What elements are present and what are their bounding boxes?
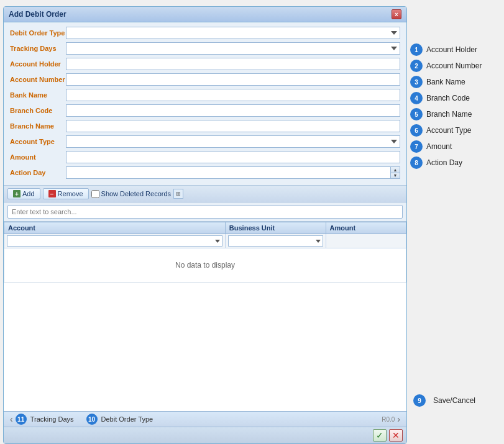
annotation-badge-4: 4 (410, 92, 423, 104)
branch-name-row: Branch Name (10, 119, 400, 133)
annotation-4: 4 Branch Code (410, 92, 504, 104)
annotation-6: 6 Account Type (410, 124, 504, 137)
account-holder-input[interactable] (66, 58, 400, 70)
status-badge-10: 10 (86, 414, 98, 425)
tracking-days-label: Tracking Days (10, 45, 66, 52)
account-type-row: Account Type (10, 135, 400, 148)
amount-input[interactable] (66, 151, 400, 163)
toolbar: + Add − Remove Show Deleted Records ⊞ (4, 186, 406, 202)
bank-name-row: Bank Name (10, 88, 400, 102)
annotation-label-2: Account Number (426, 61, 482, 70)
search-input[interactable] (7, 205, 403, 219)
filter-account-cell (4, 234, 226, 248)
col-header-account: Account (4, 222, 226, 234)
annotation-label-9: Save/Cancel (433, 396, 475, 405)
spinner-down-button[interactable]: ▼ (391, 173, 400, 179)
annotation-label-1: Account Holder (426, 45, 477, 54)
debit-order-type-label: Debit Order Type (10, 29, 66, 37)
action-day-input[interactable]: 1 (66, 166, 390, 179)
status-bar: ‹ 11 Tracking Days 10 Debit Order Type R… (4, 411, 406, 427)
table-area: Account Business Unit Amount (4, 222, 406, 411)
columns-icon: ⊞ (176, 191, 181, 197)
annotation-badge-7: 7 (410, 140, 423, 153)
account-type-label: Account Type (10, 138, 66, 145)
status-badge-11: 11 (16, 414, 27, 425)
dialog: Add Debit Order × Debit Order Type Track… (3, 6, 407, 444)
filter-row (4, 234, 406, 248)
annotation-1: 1 Account Holder (410, 43, 504, 56)
branch-name-label: Branch Name (10, 122, 66, 130)
status-version: R0.0 (382, 416, 395, 423)
branch-code-input[interactable] (66, 104, 400, 117)
annotation-label-5: Branch Name (426, 110, 472, 119)
no-data-row: No data to display (4, 248, 406, 283)
branch-code-label: Branch Code (10, 107, 66, 114)
bottom-bar: ✓ ✕ (4, 427, 406, 443)
annotation-badge-1: 1 (410, 43, 423, 56)
debit-order-type-select[interactable] (66, 27, 400, 39)
close-button[interactable]: × (392, 9, 401, 19)
dialog-titlebar: Add Debit Order × (4, 7, 406, 22)
annotation-5: 5 Branch Name (410, 108, 504, 120)
account-holder-row: Account Holder (10, 57, 400, 71)
account-type-select[interactable] (66, 135, 400, 148)
table-header-row: Account Business Unit Amount (4, 222, 406, 234)
status-item-debit-order-type: 10 Debit Order Type (86, 414, 153, 425)
add-icon: + (13, 190, 21, 197)
status-label-tracking-days: Tracking Days (30, 415, 74, 423)
columns-button[interactable]: ⊞ (173, 189, 183, 199)
annotation-badge-5: 5 (410, 108, 423, 120)
dialog-title: Add Debit Order (9, 10, 66, 19)
form-area: Debit Order Type Tracking Days Account H… (4, 22, 406, 186)
remove-button[interactable]: − Remove (43, 188, 89, 199)
account-holder-label: Account Holder (10, 60, 66, 68)
annotation-badge-9: 9 (413, 394, 426, 407)
show-deleted-label: Show Deleted Records (101, 190, 172, 197)
annotation-8: 8 Action Day (410, 156, 504, 169)
scroll-left-button[interactable]: ‹ (7, 414, 16, 424)
bank-name-label: Bank Name (10, 91, 66, 99)
annotation-badge-8: 8 (410, 156, 423, 169)
col-header-amount: Amount (326, 222, 406, 234)
branch-name-input[interactable] (66, 120, 400, 132)
add-label: Add (22, 190, 35, 197)
filter-business-select[interactable] (228, 235, 323, 247)
annotation-label-7: Amount (426, 142, 452, 151)
amount-label: Amount (10, 153, 66, 161)
branch-code-row: Branch Code (10, 104, 400, 117)
status-item-tracking-days: 11 Tracking Days (16, 414, 74, 425)
account-number-input[interactable] (66, 73, 400, 86)
action-day-label: Action Day (10, 169, 66, 176)
data-table: Account Business Unit Amount (4, 222, 406, 283)
annotation-badge-2: 2 (410, 60, 423, 72)
show-deleted-checkbox[interactable] (91, 190, 99, 198)
col-header-business-unit: Business Unit (225, 222, 326, 234)
cancel-button[interactable]: ✕ (389, 429, 403, 442)
save-button[interactable]: ✓ (373, 429, 387, 442)
account-number-label: Account Number (10, 76, 66, 83)
account-number-row: Account Number (10, 73, 400, 86)
remove-icon: − (48, 190, 56, 197)
tracking-days-row: Tracking Days (10, 42, 400, 55)
no-data-cell: No data to display (4, 248, 406, 283)
amount-row: Amount (10, 150, 400, 164)
filter-amount-cell (326, 234, 406, 248)
annotation-label-3: Bank Name (426, 78, 465, 86)
filter-account-select[interactable] (7, 235, 222, 247)
spinner-up-button[interactable]: ▲ (391, 167, 400, 173)
annotation-3: 3 Bank Name (410, 76, 504, 88)
add-button[interactable]: + Add (7, 188, 40, 199)
annotation-label-8: Action Day (426, 158, 462, 167)
show-deleted-checkbox-label[interactable]: Show Deleted Records (91, 190, 172, 198)
status-label-debit-order-type: Debit Order Type (101, 415, 153, 423)
annotation-7: 7 Amount (410, 140, 504, 153)
scroll-right-button[interactable]: › (395, 414, 403, 424)
annotation-panel: 1 Account Holder 2 Account Number 3 Bank… (407, 0, 504, 444)
spinner-buttons: ▲ ▼ (390, 166, 400, 179)
filter-business-cell (225, 234, 326, 248)
annotation-badge-6: 6 (410, 124, 423, 137)
tracking-days-select[interactable] (66, 42, 400, 55)
debit-order-type-row: Debit Order Type (10, 26, 400, 40)
annotations-wrapper: 1 Account Holder 2 Account Number 3 Bank… (410, 6, 504, 173)
bank-name-input[interactable] (66, 89, 400, 101)
